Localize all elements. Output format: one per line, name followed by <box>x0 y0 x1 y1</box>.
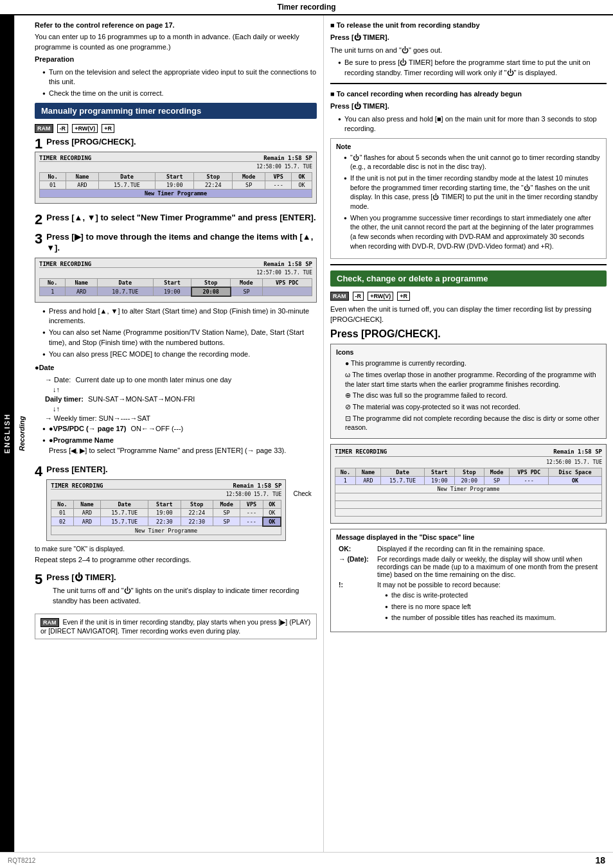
date-label: → Date: <box>45 376 71 384</box>
page-container: Timer recording ENGLISH Recording Refer … <box>0 0 613 868</box>
s1-date: 15.7.TUE <box>98 181 155 189</box>
s1-okval: OK <box>292 181 312 189</box>
badge-ram: RAM <box>35 124 53 133</box>
screen2-header: TIMER RECORDING Remain 1:58 SP <box>39 261 312 268</box>
col-no: No. <box>40 172 66 181</box>
check-badge-r: -R <box>353 292 364 301</box>
icon-text-2: The disc was full so the programme faile… <box>353 391 508 399</box>
msg-label-0: OK: <box>336 544 375 554</box>
press-check-title: Press [PROG/CHECK]. <box>330 328 607 340</box>
col-mode: Mode <box>233 172 265 181</box>
step3-b3: You can also press [REC MODE] to change … <box>42 350 317 359</box>
vps-item: ●VPS/PDC (→ page 17) ON←→OFF (---) <box>42 424 317 434</box>
step4-text: Press [ENTER]. <box>46 465 107 474</box>
progname-desc: Press [◀, ▶] to select "Programme Name" … <box>49 447 286 454</box>
msg-row-1: → (Date): For recordings made daily or w… <box>336 554 601 580</box>
screen3: TIMER RECORDING Remain 1:58 SP 12:58:00 … <box>46 479 286 541</box>
message-box: Message displayed in the "Disc space" li… <box>330 529 607 632</box>
icon-sym-2: ⊕ <box>345 391 353 399</box>
step3-block: 3 Press [▶] to move through the items an… <box>35 232 317 459</box>
release-bullets: Be sure to press [⏻ TIMER] before the pr… <box>338 58 607 78</box>
screen2-row1: 1 ARD 10.7.TUE 19:00 20:08 SP <box>40 287 312 296</box>
icon-sym-1: ω <box>345 371 352 378</box>
step2-number: 2 <box>35 213 42 227</box>
bottom-bar: RQT8212 18 <box>0 852 613 868</box>
message-box-title: Message displayed in the "Disc space" li… <box>336 533 601 541</box>
top-bar: Timer recording <box>0 0 613 15</box>
refer-text: You can enter up to 16 programmes up to … <box>35 32 317 52</box>
progname-header: ●Programme Name <box>49 436 114 444</box>
icons-title: Icons <box>336 348 601 356</box>
cancel-bullets: You can also press and hold [■] on the m… <box>338 114 607 134</box>
exclaim-b0: the disc is write-protected <box>385 590 598 600</box>
screen1-row1: 01 ARD 15.7.TUE 19:00 22:24 SP --- OK <box>40 181 312 189</box>
vps-desc: ON←→OFF (---) <box>130 425 183 432</box>
date-header: ●Date <box>35 363 317 373</box>
note-b2: If the unit is not put in the timer reco… <box>344 173 601 211</box>
note-box: Note "⏻" flashes for about 5 seconds whe… <box>330 138 607 260</box>
s1-name: ARD <box>66 181 99 189</box>
col-ok: OK <box>292 172 312 181</box>
icon-sym-0: ● <box>345 359 351 367</box>
weekly-label: → Weekly timer: SUN→----→SAT <box>45 414 150 422</box>
col-date: Date <box>98 172 155 181</box>
refer-header: Refer to the control reference on page 1… <box>35 21 317 30</box>
note-title: Note <box>336 143 601 150</box>
prep-item-1: Turn on the television and select the ap… <box>42 67 317 87</box>
daily-row: ↓↑ <box>53 385 317 393</box>
step1-text: Press [PROG/CHECK]. <box>46 137 136 146</box>
icon-sym-4: ⊡ <box>345 414 353 422</box>
ls-row-empty1 <box>335 493 602 501</box>
icon-text-1: The times overlap those in another progr… <box>345 371 596 388</box>
cancel-press: Press [⏻ TIMER]. <box>330 102 607 111</box>
cancel-header: ■ To cancel recording when recording has… <box>330 89 607 99</box>
screen1: TIMER RECORDING Remain 1:58 SP 12:58:00 … <box>35 152 317 204</box>
screen3-remain: Remain 1:58 SP <box>233 483 282 489</box>
step5-block: 5 Press [⏻ TIMER]. The unit turns off an… <box>35 572 317 608</box>
step3-number: 3 <box>35 232 42 246</box>
exclaim-b2: the number of possible titles has reache… <box>385 613 598 623</box>
ls-time: 12:56:00 15.7. TUE <box>335 459 602 465</box>
msg-text-1: For recordings made daily or weekly, the… <box>375 554 601 580</box>
screen3-newprog: New Timer Programme <box>51 526 281 535</box>
msg-text-0: Displayed if the recording can fit in th… <box>375 544 601 554</box>
vps-list: ●VPS/PDC (→ page 17) ON←→OFF (---) ●Prog… <box>42 424 317 456</box>
screen2-table: No.NameDateStartStopModeVPS PDC 1 ARD 10… <box>39 278 312 297</box>
check-badge-ram: RAM <box>330 292 349 301</box>
release-press: Press [⏻ TIMER]. <box>330 33 607 42</box>
ls-header: TIMER RECORDING Remain 1:58 SP <box>335 448 602 457</box>
release-b1: Be sure to press [⏻ TIMER] before the pr… <box>338 58 607 78</box>
vps-label: ●VPS/PDC (→ page 17) <box>49 425 126 432</box>
ram-note-badge: RAM <box>40 618 59 627</box>
ls-row1: 1 ARD 15.7.TUE 19:00 20:00 SP --- OK <box>335 477 602 485</box>
col-stop: Stop <box>194 172 233 181</box>
ls-row-empty3 <box>335 509 602 517</box>
screen1-new-prog: New Timer Programme <box>40 189 312 197</box>
date-desc: Current date up to one month later minus… <box>75 376 231 384</box>
icon-item-2: ⊕ The disc was full so the programme fai… <box>336 391 601 400</box>
s1-no: 01 <box>40 181 66 189</box>
cancel-b1: You can also press and hold [■] on the m… <box>338 114 607 134</box>
step3-b1: Press and hold [▲, ▼] to alter Start (St… <box>42 306 317 326</box>
msg-row-2: !: It may not be possible to record beca… <box>336 580 601 628</box>
step2-block: 2 Press [▲, ▼] to select "New Timer Prog… <box>35 213 317 227</box>
icon-item-3: ⊘ The material was copy-protected so it … <box>336 402 601 412</box>
icon-sym-3: ⊘ <box>345 403 353 411</box>
screen1-newprog: New Timer Programme <box>40 189 312 197</box>
note-b3: When you programme successive timer reco… <box>344 213 601 251</box>
ls-title: TIMER RECORDING <box>335 448 387 455</box>
date-row: → Date: Current date up to one month lat… <box>45 376 317 384</box>
model-number: RQT8212 <box>8 857 35 864</box>
divider1 <box>330 83 607 84</box>
col-start: Start <box>155 172 194 181</box>
page-number: 18 <box>595 855 605 865</box>
icon-item-1: ω The times overlap those in another pro… <box>336 370 601 389</box>
note-bullets: "⏻" flashes for about 5 seconds when the… <box>344 153 601 251</box>
screen1-header: TIMER RECORDING Remain 1:58 SP <box>39 155 312 162</box>
step3-bullets: Press and hold [▲, ▼] to alter Start (St… <box>42 306 317 360</box>
screen1-title: TIMER RECORDING <box>39 155 91 161</box>
icon-item-4: ⊡ The programme did not complete recordi… <box>336 414 601 432</box>
daily-desc: SUN-SAT→MON-SAT→MON-FRI <box>88 395 195 403</box>
ls-remain: Remain 1:58 SP <box>553 448 602 455</box>
screen3-table: No.NameDateStartStopModeVPSOK 01 ARD 15.… <box>51 500 281 535</box>
